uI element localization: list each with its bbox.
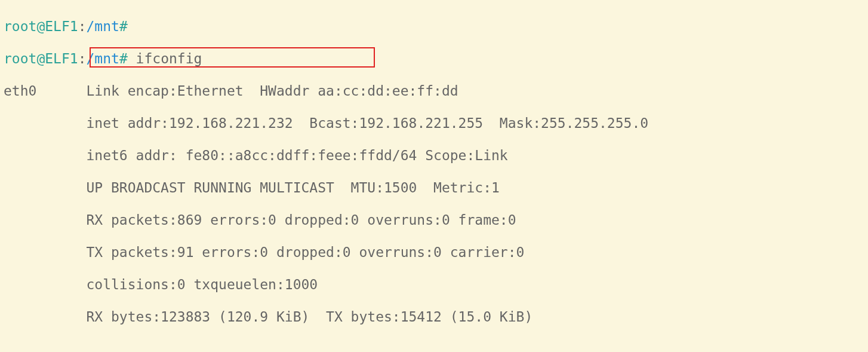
prompt-path: /mnt <box>86 51 119 66</box>
prompt-hash: # <box>119 19 128 34</box>
eth0-bytes: RX bytes:123883 (120.9 KiB) TX bytes:154… <box>86 309 533 325</box>
prompt-hash: # <box>119 51 128 66</box>
command-ifconfig: ifconfig <box>136 51 202 66</box>
iface-eth0: eth0 <box>4 83 36 99</box>
blank-line <box>4 341 864 352</box>
terminal-output: root@ELF1:/mnt# root@ELF1:/mnt# ifconfig… <box>0 0 868 352</box>
eth0-line-7: collisions:0 txqueuelen:1000 <box>4 277 864 293</box>
eth0-line-5: RX packets:869 errors:0 dropped:0 overru… <box>4 212 864 228</box>
prompt-line-2[interactable]: root@ELF1:/mnt# ifconfig <box>4 51 864 67</box>
eth0-link: Link encap:Ethernet HWaddr aa:cc:dd:ee:f… <box>86 83 458 99</box>
prompt-path: /mnt <box>86 19 119 34</box>
eth0-line-6: TX packets:91 errors:0 dropped:0 overrun… <box>4 244 864 261</box>
prompt-line-1[interactable]: root@ELF1:/mnt# <box>4 19 864 35</box>
eth0-tx-packets: TX packets:91 errors:0 dropped:0 overrun… <box>86 244 524 260</box>
eth0-line-3: inet6 addr: fe80::a8cc:ddff:feee:ffdd/64… <box>4 148 864 164</box>
eth0-inet-rest: Bcast:192.168.221.255 Mask:255.255.255.0 <box>301 115 649 131</box>
eth0-collisions: collisions:0 txqueuelen:1000 <box>86 277 318 292</box>
eth0-rx-packets: RX packets:869 errors:0 dropped:0 overru… <box>86 212 516 228</box>
eth0-flags: UP BROADCAST RUNNING MULTICAST MTU:1500 … <box>86 180 499 195</box>
eth0-line-8: RX bytes:123883 (120.9 KiB) TX bytes:154… <box>4 309 864 325</box>
prompt-colon: : <box>78 19 87 34</box>
prompt-user-host: root@ELF1 <box>4 19 78 34</box>
prompt-colon: : <box>78 51 87 66</box>
eth0-line-2: inet addr:192.168.221.232 Bcast:192.168.… <box>4 115 864 131</box>
eth0-line-4: UP BROADCAST RUNNING MULTICAST MTU:1500 … <box>4 180 864 196</box>
prompt-user-host: root@ELF1 <box>4 51 78 66</box>
eth0-inet-addr: inet addr:192.168.221.232 <box>86 115 301 131</box>
eth0-line-1: eth0 Link encap:Ethernet HWaddr aa:cc:dd… <box>4 83 864 99</box>
eth0-inet6: inet6 addr: fe80::a8cc:ddff:feee:ffdd/64… <box>86 148 507 163</box>
